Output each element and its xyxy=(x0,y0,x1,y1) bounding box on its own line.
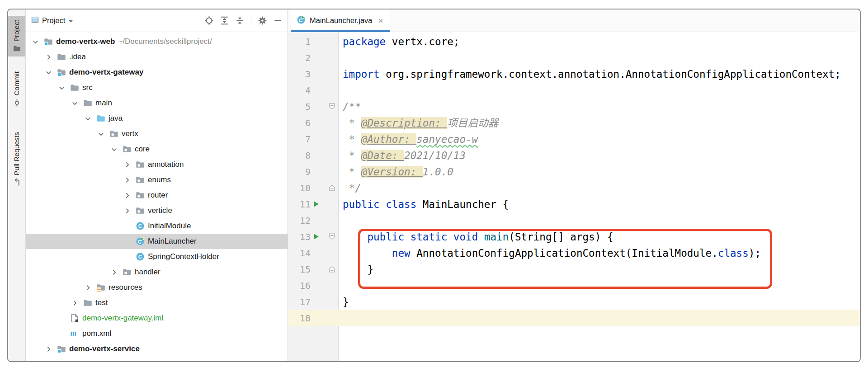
chevron-right-icon[interactable] xyxy=(123,161,136,169)
stripe-tab-project[interactable]: Project xyxy=(8,16,25,57)
chevron-right-icon[interactable] xyxy=(84,284,96,292)
tree-row[interactable]: test xyxy=(26,295,288,311)
chevron-down-icon[interactable] xyxy=(110,146,123,153)
editor-tab-title: MainLauncher.java xyxy=(310,16,373,25)
tree-row[interactable]: demo-vertx-service xyxy=(26,341,288,357)
gutter-cell: 9 xyxy=(288,164,339,180)
class-run-icon: C xyxy=(297,15,306,26)
chevron-down-icon[interactable] xyxy=(71,99,83,107)
code-text: /** xyxy=(339,99,860,115)
chevron-right-icon[interactable] xyxy=(123,207,136,215)
tree-row[interactable]: demo-vertx-gateway xyxy=(26,65,288,80)
code-line: 16 xyxy=(288,278,860,294)
svg-text:C: C xyxy=(138,223,142,229)
module-folder-icon xyxy=(57,68,69,77)
tree-row[interactable]: CMainLauncher xyxy=(26,234,288,249)
tree-row[interactable]: demo-vertx-gateway.iml xyxy=(26,311,288,326)
code-line: 4 xyxy=(288,82,860,99)
tree-row[interactable]: CSpringContextHolder xyxy=(26,249,288,264)
project-folder-icon xyxy=(13,45,21,52)
hide-panel-icon[interactable] xyxy=(274,16,282,25)
tree-row[interactable]: demo-vertx-web~/Documents/seckillproject… xyxy=(26,34,288,49)
chevron-right-icon[interactable] xyxy=(123,176,136,184)
collapse-all-icon[interactable] xyxy=(236,16,244,25)
gutter-cell: 15 xyxy=(288,261,339,278)
tree-item-label: .idea xyxy=(69,52,86,61)
code-line: 9 * @Version: 1.0.0 xyxy=(288,164,860,180)
tree-row[interactable]: handler xyxy=(26,264,288,280)
settings-gear-icon[interactable] xyxy=(258,16,267,25)
stripe-tab-pull-requests-label: Pull Requests xyxy=(13,132,21,175)
tree-item-label: file_uploads xyxy=(69,360,114,361)
run-arrow-icon[interactable] xyxy=(313,233,320,242)
stripe-tab-pull-requests[interactable]: Pull Requests xyxy=(8,128,25,190)
tree-row[interactable]: verticle xyxy=(26,203,288,218)
tree-row[interactable]: mpom.xml xyxy=(26,326,288,341)
chevron-down-icon[interactable] xyxy=(97,130,109,138)
chevron-down-icon[interactable] xyxy=(44,69,57,76)
project-view-dropdown[interactable]: Project xyxy=(31,16,73,25)
panel-title: Project xyxy=(42,16,65,25)
chevron-down-icon[interactable] xyxy=(31,38,44,46)
tree-row[interactable]: src xyxy=(26,80,288,95)
fold-end-icon[interactable] xyxy=(329,184,335,193)
tree-row[interactable]: annotation xyxy=(26,157,288,172)
gutter-cell: 13 xyxy=(288,229,339,245)
gutter-cell: 12 xyxy=(288,212,339,229)
tree-row[interactable]: main xyxy=(26,95,288,111)
tree-item-label: handler xyxy=(135,268,160,277)
fold-start-icon[interactable] xyxy=(329,103,335,112)
package-icon xyxy=(123,145,135,154)
gutter-cell: 11 xyxy=(288,196,339,212)
project-panel-toolbar xyxy=(205,16,282,26)
code-text: * @Author: sanyecao-w xyxy=(339,131,860,147)
stripe-tab-commit[interactable]: Commit xyxy=(8,67,25,110)
chevron-down-icon[interactable] xyxy=(57,84,70,92)
tree-row[interactable]: CInitialModule xyxy=(26,218,288,234)
source-folder-icon xyxy=(96,114,108,123)
chevron-down-icon[interactable] xyxy=(84,115,96,122)
code-line: 11public class MainLauncher { xyxy=(288,196,860,212)
chevron-right-icon[interactable] xyxy=(123,192,136,199)
ide-window: Project Commit Pull Requests Project xyxy=(7,9,861,362)
tree-row[interactable]: file_uploads xyxy=(26,357,288,361)
folder-icon xyxy=(83,298,95,307)
editor-body[interactable]: 1package vertx.core;23import org.springf… xyxy=(288,32,860,361)
package-icon xyxy=(136,191,148,200)
code-line: 8 * @Date: 2021/10/13 xyxy=(288,147,860,164)
editor-area: C MainLauncher.java 1package vertx.core;… xyxy=(288,9,860,361)
stripe-tab-commit-label: Commit xyxy=(13,71,21,95)
tree-row[interactable]: java xyxy=(26,111,288,126)
editor-tab-bar: C MainLauncher.java xyxy=(288,9,860,32)
line-number: 16 xyxy=(288,278,311,294)
tree-row[interactable]: resources xyxy=(26,280,288,295)
line-number: 11 xyxy=(288,196,311,212)
locate-icon[interactable] xyxy=(205,16,213,25)
stripe-tab-project-label: Project xyxy=(13,20,21,42)
commit-icon xyxy=(13,99,21,107)
chevron-right-icon[interactable] xyxy=(44,53,57,61)
chevron-right-icon[interactable] xyxy=(44,345,57,353)
expand-all-icon[interactable] xyxy=(220,16,229,25)
tree-row[interactable]: enums xyxy=(26,172,288,188)
line-number: 3 xyxy=(288,66,311,82)
tree-row[interactable]: vertx xyxy=(26,126,288,141)
close-icon[interactable] xyxy=(377,18,384,24)
gutter-cell: 2 xyxy=(288,50,339,66)
module-folder-icon xyxy=(57,344,69,353)
chevron-right-icon[interactable] xyxy=(71,299,83,307)
fold-end-icon[interactable] xyxy=(329,266,335,274)
tree-item-label: demo-vertx-gateway xyxy=(69,68,143,77)
tree-row[interactable]: router xyxy=(26,188,288,203)
chevron-right-icon[interactable] xyxy=(110,268,123,276)
editor-tab-mainlauncher[interactable]: C MainLauncher.java xyxy=(291,9,390,32)
line-number: 12 xyxy=(288,212,311,229)
tree-row[interactable]: .idea xyxy=(26,49,288,65)
project-tree: demo-vertx-web~/Documents/seckillproject… xyxy=(26,32,288,361)
fold-start-icon[interactable] xyxy=(329,233,335,242)
run-arrow-icon[interactable] xyxy=(313,201,320,209)
tree-row[interactable]: core xyxy=(26,141,288,157)
svg-text:C: C xyxy=(138,254,142,259)
tree-item-label: test xyxy=(95,298,108,307)
toolbar-divider xyxy=(251,16,251,26)
